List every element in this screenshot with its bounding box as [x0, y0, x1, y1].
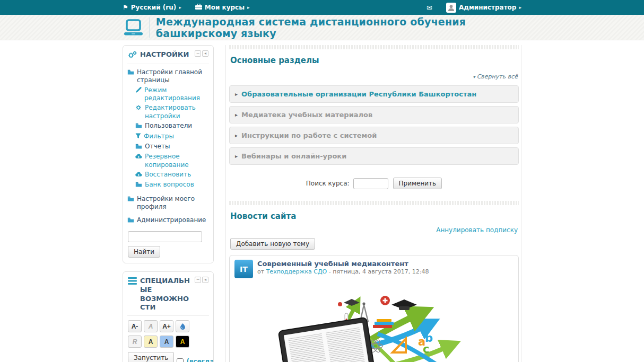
site-logo[interactable]	[123, 19, 144, 37]
block-title: НАСТРОЙКИ	[140, 50, 193, 59]
settings-tree-item[interactable]: Восстановить	[127, 171, 209, 179]
settings-item-label: Банк вопросов	[145, 181, 194, 189]
news-item-byline: от Техподдержка СДО - пятница, 4 августа…	[257, 268, 429, 275]
course-category-row[interactable]: ▸Инструкции по работе с системой	[229, 127, 519, 144]
dock-block-button[interactable]: ◂	[202, 50, 208, 57]
site-title: Международная система дистанционного обу…	[156, 16, 521, 39]
section-separator	[229, 45, 519, 49]
settings-tree-item[interactable]: Редактировать настройки	[127, 104, 209, 120]
user-label: Администратор	[459, 4, 516, 11]
language-menu[interactable]: ⚑ Русский (ru) ▸	[123, 4, 181, 11]
cloud-icon	[135, 153, 142, 161]
course-search-input[interactable]	[353, 178, 388, 189]
settings-item-label: Фильтры	[144, 133, 174, 140]
folder-icon	[135, 122, 142, 130]
gears-icon	[135, 104, 142, 113]
font-reset-button[interactable]: A	[144, 320, 158, 332]
cloud-icon	[135, 171, 142, 179]
unsubscribe-link[interactable]: Аннулировать подписку	[436, 226, 518, 234]
folder-icon	[127, 217, 134, 225]
launch-atbar-button[interactable]: Запустить ATbar	[128, 352, 174, 362]
apply-button[interactable]: Применить	[393, 178, 442, 189]
settings-item-label: Настройки моего профиля	[137, 195, 209, 211]
folder-icon	[135, 181, 142, 189]
settings-item-label: Восстановить	[145, 171, 191, 179]
settings-block: НАСТРОЙКИ − ◂ Настройки главной страницы…	[123, 45, 214, 263]
news-author-link[interactable]: Техподдержка СДО	[266, 268, 327, 275]
atbar-always-label: (всегда?)	[186, 358, 214, 362]
dock-block-button[interactable]: ◂	[202, 277, 208, 283]
settings-tree-item[interactable]: Настройки моего профиля	[127, 195, 209, 211]
news-item-title[interactable]: Современный учебный медиаконтент	[257, 260, 429, 268]
settings-search-input[interactable]	[128, 231, 202, 242]
chevron-right-icon: ▸	[235, 153, 238, 159]
chevron-right-icon: ▸	[235, 91, 238, 97]
settings-tree-item[interactable]: Настройки главной страницы	[127, 68, 209, 85]
course-category-label: Инструкции по работе с системой	[241, 131, 377, 139]
scheme-black-button[interactable]: A	[176, 335, 189, 348]
settings-item-label: Администрирование	[137, 216, 206, 224]
briefcase-icon	[195, 4, 202, 11]
font-larger-button[interactable]: A+	[160, 320, 173, 332]
flag-icon: ⚑	[123, 4, 128, 11]
settings-tree-item[interactable]: Отчеты	[127, 143, 209, 151]
chevron-right-icon: ▸	[179, 5, 181, 10]
svg-text:c: c	[423, 343, 429, 356]
add-topic-button[interactable]: Добавить новую тему	[230, 238, 315, 250]
settings-tree-item[interactable]: Банк вопросов	[127, 181, 209, 189]
folder-icon	[135, 143, 142, 151]
news-illustration-image: 2+2 a b c ∞	[265, 293, 483, 362]
sections-heading: Основные разделы	[230, 56, 519, 65]
messages-icon[interactable]: ✉	[427, 4, 432, 12]
scheme-yellow-button[interactable]: A	[144, 335, 158, 348]
news-heading: Новости сайта	[230, 211, 519, 221]
collapse-all-link[interactable]: ▾ Свернуть всё	[473, 73, 518, 80]
settings-tree: Настройки главной страницыРежим редактир…	[123, 64, 213, 229]
course-search-label: Поиск курса:	[306, 180, 350, 187]
atbar-always-checkbox[interactable]	[177, 358, 184, 362]
main-region: Основные разделы ▾ Свернуть всё ▸Образов…	[225, 45, 521, 362]
settings-item-label: Настройки главной страницы	[137, 68, 209, 85]
course-category-label: Медиатека учебных материалов	[241, 111, 372, 119]
gears-icon	[128, 51, 137, 60]
settings-tree-item[interactable]: Администрирование	[127, 216, 209, 225]
course-category-row[interactable]: ▸Медиатека учебных материалов	[229, 106, 519, 123]
collapse-block-button[interactable]: −	[195, 277, 201, 283]
course-category-label: Образовательные организации Республики Б…	[241, 90, 476, 98]
block-title: СПЕЦИАЛЬНЫЕ ВОЗМОЖНОСТИ	[140, 277, 193, 313]
avatar	[446, 3, 456, 13]
scheme-blue-button[interactable]: A	[160, 335, 173, 348]
news-author-avatar[interactable]: IT	[234, 260, 253, 278]
settings-search-button[interactable]: Найти	[128, 246, 160, 258]
top-navbar: ⚑ Русский (ru) ▸ Мои курсы ▸ ✉ Администр…	[0, 0, 644, 15]
chevron-right-icon: ▸	[235, 133, 238, 138]
settings-item-label: Отчеты	[145, 143, 170, 151]
news-item: IT Современный учебный медиаконтент от Т…	[229, 255, 519, 362]
settings-item-label: Режим редактирования	[144, 86, 209, 103]
settings-tree-item[interactable]: Режим редактирования	[127, 86, 209, 103]
chevron-right-icon: ▸	[235, 112, 238, 118]
course-category-row[interactable]: ▸Образовательные организации Республики …	[229, 85, 519, 103]
scheme-reset-button[interactable]: R	[128, 335, 142, 348]
user-menu[interactable]: Администратор ▸	[446, 3, 521, 13]
settings-item-label: Пользователи	[145, 122, 192, 130]
my-courses-label: Мои курсы	[205, 4, 245, 11]
settings-item-label: Резервное копирование	[145, 153, 209, 169]
sidebar: НАСТРОЙКИ − ◂ Настройки главной страницы…	[123, 45, 214, 362]
chevron-right-icon: ▸	[519, 5, 521, 10]
settings-tree-item[interactable]: Пользователи	[127, 122, 209, 130]
collapse-block-button[interactable]: −	[195, 50, 201, 57]
site-header: Международная система дистанционного обу…	[0, 15, 644, 40]
settings-tree-item[interactable]: Резервное копирование	[127, 153, 209, 169]
menu-bars-icon	[128, 277, 137, 286]
language-label: Русский (ru)	[131, 4, 176, 11]
settings-item-label: Редактировать настройки	[145, 104, 209, 120]
filter-icon	[135, 133, 141, 141]
settings-tree-item[interactable]: Фильтры	[127, 133, 209, 141]
color-picker-button[interactable]	[176, 320, 189, 332]
my-courses-menu[interactable]: Мои курсы ▸	[195, 4, 250, 11]
triangle-down-icon: ▾	[473, 74, 476, 80]
font-smaller-button[interactable]: A-	[128, 320, 142, 332]
course-category-row[interactable]: ▸Вебинары и онлайн-уроки	[229, 147, 519, 165]
course-category-label: Вебинары и онлайн-уроки	[241, 152, 346, 160]
